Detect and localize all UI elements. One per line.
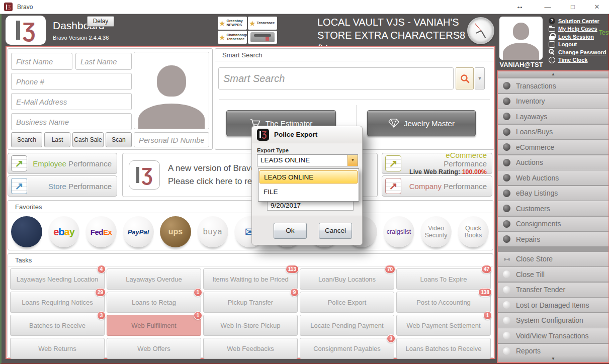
- sidebar-scroll-down[interactable]: ▼: [498, 356, 608, 362]
- jewelry-master-button[interactable]: Jewelry Master: [367, 110, 476, 136]
- store-name-line1: LOCAL VAULT VJS - VANIAH'S: [317, 16, 468, 29]
- sidebar-item[interactable]: ▶◀ Transactions: [498, 78, 608, 93]
- company-performance-tile[interactable]: ↗ Company Performance: [382, 175, 492, 197]
- task-button[interactable]: Web Payment Settlement 1: [396, 315, 491, 336]
- task-button[interactable]: Loans To Expire 47: [396, 268, 491, 290]
- ecommerce-performance-tile[interactable]: ↗ eCommerce Performance Live Web Rating:…: [382, 153, 492, 174]
- task-button[interactable]: Loans Requiring Notices 29: [10, 292, 105, 313]
- sidebar-item[interactable]: ▶◀ Lost or Damaged Items: [498, 298, 608, 312]
- ok-button[interactable]: Ok: [274, 223, 307, 239]
- favorites-title: Favorites: [8, 201, 493, 213]
- sidebar-item[interactable]: ▶◀ Transfer Tender: [498, 283, 608, 297]
- sidebar-item[interactable]: ▶◀ Loans/Buys: [498, 125, 608, 139]
- smart-search-input[interactable]: [218, 67, 454, 89]
- delay-button[interactable]: Delay: [87, 16, 114, 27]
- orb-icon: [503, 332, 510, 339]
- sidebar-item[interactable]: ▶◀ Close Till: [498, 267, 608, 282]
- personal-id-field[interactable]: [134, 132, 209, 147]
- resize-icon[interactable]: ↔: [516, 2, 524, 10]
- task-button[interactable]: Web Offers: [107, 338, 201, 359]
- sidebar-item[interactable]: ▶◀ System Configuration: [498, 313, 608, 328]
- weather-tile[interactable]: ★ Greenbay NEWPRS: [218, 17, 247, 30]
- favorite-icon[interactable]: craigslist: [383, 216, 414, 247]
- sidebar-item[interactable]: ▶◀ Consignments: [498, 217, 608, 231]
- search-icon-button[interactable]: [456, 67, 474, 89]
- store-performance-tile[interactable]: ↗ Store Performance: [8, 175, 117, 197]
- sidebar-item[interactable]: ▶◀ Customers: [498, 201, 608, 216]
- last-button[interactable]: Last: [44, 132, 70, 147]
- cash-sale-button[interactable]: Cash Sale: [72, 132, 104, 147]
- sidebar-item[interactable]: ▶◀ Web Auctions: [498, 170, 608, 185]
- task-button[interactable]: Batches to Receive 3: [10, 315, 105, 336]
- scan-button[interactable]: Scan: [106, 132, 132, 147]
- weather-tile[interactable]: ★ Tennessee: [248, 17, 277, 30]
- favorite-icon[interactable]: FedEx: [85, 216, 117, 247]
- sidebar-item[interactable]: ▶◀ Auctions: [498, 155, 608, 170]
- favorite-icon[interactable]: ebay: [48, 216, 79, 247]
- weather-tile[interactable]: ★: [248, 31, 277, 44]
- user-link[interactable]: Solution Center: [549, 18, 606, 24]
- user-link[interactable]: Lock Session: [549, 33, 606, 40]
- sidebar-item[interactable]: ▶◀ Close Store: [498, 252, 608, 266]
- task-button[interactable]: Post to Accounting 138: [396, 292, 491, 313]
- dropdown-option[interactable]: FILE: [259, 185, 358, 198]
- task-button[interactable]: Loans Batches to Receive: [396, 338, 491, 359]
- favorite-icon[interactable]: Quick Books: [458, 216, 489, 247]
- weather-tile-label: Chattanooga Tennessee: [226, 33, 247, 41]
- close-button[interactable]: ✕: [585, 0, 608, 14]
- search-options-dropdown[interactable]: ▼: [475, 67, 485, 89]
- user-avatar[interactable]: [499, 17, 543, 60]
- sidebar-item-label: Customers: [516, 205, 550, 213]
- sidebar-item[interactable]: ▶◀ Layaways: [498, 109, 608, 124]
- weather-tile[interactable]: ★ Chattanooga Tennessee: [218, 31, 247, 44]
- last-name-field[interactable]: [75, 53, 132, 70]
- sidebar-item[interactable]: ▶◀ Void/View Transactions: [498, 328, 608, 343]
- user-link[interactable]: Change Password: [549, 49, 606, 55]
- cash-machine-icon: [250, 32, 275, 42]
- task-button[interactable]: Loans to Retag 1: [107, 292, 201, 313]
- user-link[interactable]: Time Clock: [549, 57, 606, 63]
- sidebar-item[interactable]: ▶◀ eBay Listings: [498, 186, 608, 201]
- minimize-button[interactable]: —: [536, 0, 559, 14]
- maximize-button[interactable]: □: [561, 0, 584, 14]
- bravo-logo: Ʒ: [129, 160, 160, 190]
- phone-field[interactable]: [11, 73, 132, 90]
- task-button[interactable]: Layaways Overdue: [107, 268, 201, 290]
- cancel-button[interactable]: Cancel: [319, 223, 352, 239]
- user-link-label: Logout: [558, 41, 577, 47]
- favorite-label: Security: [424, 232, 447, 239]
- favorite-icon[interactable]: ups: [160, 216, 191, 247]
- task-button[interactable]: Web Feedbacks: [203, 338, 298, 359]
- sidebar-item[interactable]: ▶◀ Inventory: [498, 94, 608, 109]
- favorite-icon[interactable]: [11, 216, 42, 247]
- task-button[interactable]: Web In-Store Pickup: [203, 315, 298, 336]
- sidebar-item[interactable]: ▶◀ eCommerce: [498, 140, 608, 154]
- task-button[interactable]: Police Export: [300, 292, 394, 313]
- task-button[interactable]: Web Returns: [10, 338, 105, 359]
- sidebar-item[interactable]: ▶◀ Reports: [498, 344, 608, 356]
- search-button[interactable]: Search: [11, 132, 42, 147]
- username: VANIAH@TST: [497, 61, 546, 68]
- dialog-header[interactable]: Ʒ Police Export: [252, 126, 362, 143]
- combobox-arrow-button[interactable]: ▼: [347, 155, 358, 166]
- first-name-field[interactable]: [11, 53, 72, 70]
- user-link[interactable]: Logout: [549, 41, 606, 48]
- favorite-icon[interactable]: buya: [197, 216, 228, 247]
- email-field[interactable]: [11, 93, 132, 110]
- user-link[interactable]: My Help Cases: [549, 26, 606, 32]
- dropdown-option[interactable]: LEADS ONLINE: [259, 170, 358, 184]
- task-button[interactable]: Locate Pending Payment: [300, 315, 394, 336]
- task-button[interactable]: Pickup Transfer 9: [203, 292, 298, 313]
- favorite-icon[interactable]: Video Security: [420, 216, 452, 247]
- task-button[interactable]: Web Fulfillment 1: [107, 315, 201, 336]
- task-button[interactable]: Layaways Needing Location 4: [10, 268, 105, 290]
- task-button[interactable]: Items Waiting to be Priced 113: [203, 268, 298, 290]
- favorite-icon[interactable]: PayPal: [123, 216, 154, 247]
- business-name-field[interactable]: [11, 113, 132, 130]
- sidebar-scroll-up[interactable]: ▲: [498, 71, 608, 77]
- task-button[interactable]: Consignment Payables 3: [300, 338, 394, 359]
- export-type-combobox[interactable]: LEADS ONLINE ▼: [257, 154, 358, 166]
- task-button[interactable]: Loan/Buy Locations 70: [300, 268, 394, 290]
- employee-performance-tile[interactable]: ↗ Employee Performance: [8, 153, 117, 174]
- sidebar-item[interactable]: ▶◀ Repairs: [498, 232, 608, 246]
